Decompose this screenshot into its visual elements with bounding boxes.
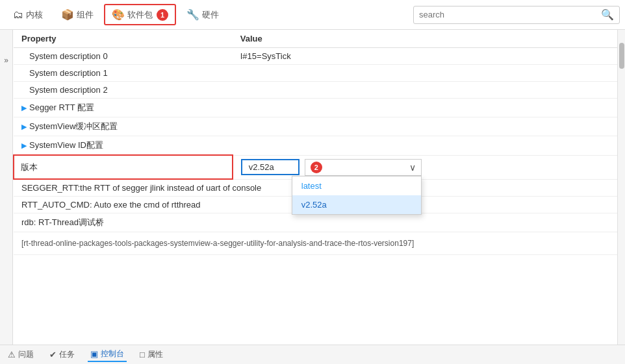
status-label-problems: 问题	[18, 349, 34, 360]
version-value-text[interactable]: v2.52a	[241, 159, 300, 175]
table-row: ▶SystemView缓冲区配置	[14, 117, 617, 136]
tasks-icon: ✔	[49, 350, 57, 359]
table-row: System description 1	[14, 65, 617, 82]
hardware-icon: 🔧	[186, 8, 199, 21]
tab-kernel[interactable]: 🗂 内核	[5, 5, 51, 25]
row-label: ▶Segger RTT 配置	[14, 99, 233, 117]
content-area: » Property Value System description 0	[0, 30, 625, 345]
component-icon: 📦	[61, 8, 74, 21]
table-container[interactable]: Property Value System description 0 I#15…	[13, 30, 617, 345]
status-item-console[interactable]: ▣ 控制台	[88, 347, 127, 362]
problems-icon: ⚠	[8, 350, 16, 359]
version-dropdown-container: 2 ∨ latest v2.52a	[305, 159, 422, 176]
row-value[interactable]	[233, 82, 617, 99]
expand-arrow-icon[interactable]: ▶	[21, 141, 27, 149]
expand-arrow-icon[interactable]: ▶	[21, 123, 27, 130]
row-label: System description 2	[14, 82, 233, 99]
version-row: 版本 v2.52a 2 ∨	[14, 155, 617, 179]
col-property: Property	[14, 30, 233, 48]
col-value: Value	[233, 30, 617, 48]
properties-icon: □	[140, 350, 145, 359]
status-label-properties: 属性	[147, 349, 163, 360]
row-value	[233, 99, 617, 117]
tab-component[interactable]: 📦 组件	[53, 4, 101, 25]
tab-software[interactable]: 🎨 软件包 1	[104, 4, 176, 25]
badge-1: 1	[157, 9, 168, 21]
tab-software-label: 软件包	[127, 9, 153, 21]
chevron-down-icon: ∨	[409, 162, 416, 173]
row-label: ▶SystemView缓冲区配置	[14, 117, 233, 136]
version-value-cell: v2.52a 2 ∨ latest	[233, 155, 617, 179]
version-dropdown-menu: latest v2.52a	[292, 176, 422, 215]
table-row: System description 2	[14, 82, 617, 99]
table-row: ▶SystemView ID配置	[14, 136, 617, 156]
expand-arrow-icon[interactable]: ▶	[21, 104, 27, 112]
row-value[interactable]: I#15=SysTick	[233, 48, 617, 65]
row-value	[233, 117, 617, 136]
scrollbar-thumb[interactable]	[619, 43, 624, 69]
tab-hardware-label: 硬件	[202, 9, 219, 21]
table-row: rdb: RT-Thread调试桥	[14, 213, 617, 232]
row-label: System description 1	[14, 65, 233, 82]
tab-kernel-label: 内核	[26, 9, 43, 21]
tab-hardware[interactable]: 🔧 硬件	[179, 4, 227, 25]
dropdown-item-latest[interactable]: latest	[292, 176, 421, 195]
badge-2: 2	[311, 162, 322, 173]
tab-component-label: 组件	[77, 9, 94, 21]
row-label: System description 0	[14, 48, 233, 65]
desc-text: rdb: RT-Thread调试桥	[14, 213, 617, 232]
version-dropdown-trigger[interactable]: 2 ∨	[305, 159, 422, 176]
search-button[interactable]: 🔍	[596, 8, 619, 21]
row-label: ▶SystemView ID配置	[14, 136, 233, 156]
row-value	[233, 136, 617, 156]
status-bar: ⚠ 问题 ✔ 任务 ▣ 控制台 □ 属性	[0, 345, 625, 364]
version-label: 版本	[14, 155, 233, 179]
property-table: Property Value System description 0 I#15…	[13, 30, 617, 255]
search-input[interactable]	[414, 8, 596, 21]
value-text: I#15=SysTick	[240, 51, 291, 61]
table-row: System description 0 I#15=SysTick	[14, 48, 617, 65]
status-item-properties[interactable]: □ 属性	[137, 348, 166, 361]
main-container: 🗂 内核 📦 组件 🎨 软件包 1 🔧 硬件 🔍 »	[0, 0, 625, 364]
status-item-problems[interactable]: ⚠ 问题	[5, 348, 36, 361]
search-area: 🔍	[413, 6, 620, 24]
right-scrollbar[interactable]	[617, 30, 625, 345]
main-panel: Property Value System description 0 I#15…	[13, 30, 617, 345]
software-icon: 🎨	[112, 8, 125, 21]
status-label-console: 控制台	[101, 348, 124, 359]
status-label-tasks: 任务	[59, 349, 75, 360]
toolbar: 🗂 内核 📦 组件 🎨 软件包 1 🔧 硬件 🔍	[0, 0, 625, 30]
status-item-tasks[interactable]: ✔ 任务	[47, 348, 77, 361]
dropdown-item-v252a[interactable]: v2.52a	[292, 195, 421, 214]
console-icon: ▣	[90, 349, 98, 359]
table-row: ▶Segger RTT 配置	[14, 99, 617, 117]
search-icon: 🔍	[601, 8, 614, 21]
row-value[interactable]	[233, 65, 617, 82]
url-text: [rt-thread-online-packages-tools-package…	[14, 232, 617, 255]
kernel-icon: 🗂	[13, 9, 23, 21]
sidebar-toggle[interactable]: »	[0, 30, 13, 345]
table-row: [rt-thread-online-packages-tools-package…	[14, 232, 617, 255]
